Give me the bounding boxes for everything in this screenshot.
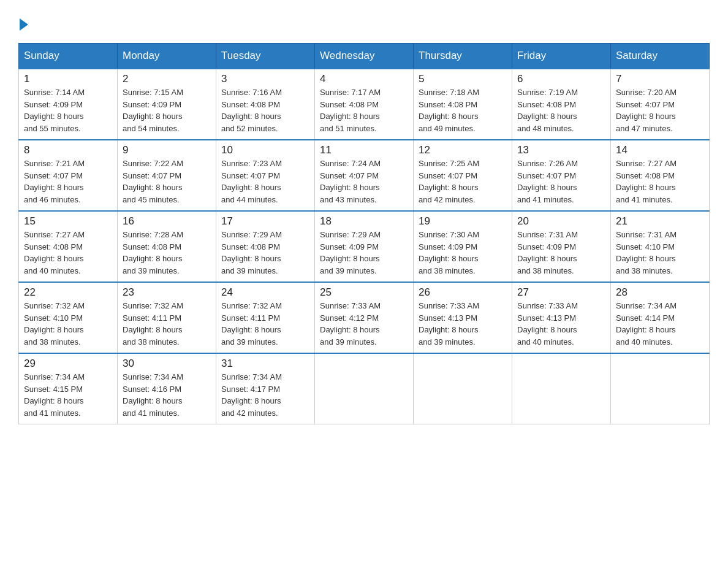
day-sun-info: Sunrise: 7:33 AMSunset: 4:12 PMDaylight:… [320,300,408,348]
day-sun-info: Sunrise: 7:28 AMSunset: 4:08 PMDaylight:… [123,229,211,277]
calendar-cell: 30Sunrise: 7:34 AMSunset: 4:16 PMDayligh… [118,353,216,424]
calendar-cell: 11Sunrise: 7:24 AMSunset: 4:07 PMDayligh… [315,140,414,211]
day-sun-info: Sunrise: 7:34 AMSunset: 4:15 PMDaylight:… [24,371,112,419]
calendar-cell: 8Sunrise: 7:21 AMSunset: 4:07 PMDaylight… [19,140,118,211]
calendar-week-row: 15Sunrise: 7:27 AMSunset: 4:08 PMDayligh… [19,211,710,282]
calendar-table: SundayMondayTuesdayWednesdayThursdayFrid… [18,43,710,424]
day-number: 5 [419,73,507,85]
day-sun-info: Sunrise: 7:31 AMSunset: 4:10 PMDaylight:… [616,229,704,277]
day-sun-info: Sunrise: 7:24 AMSunset: 4:07 PMDaylight:… [320,158,408,205]
day-sun-info: Sunrise: 7:30 AMSunset: 4:09 PMDaylight:… [419,229,507,277]
day-number: 20 [517,215,605,228]
day-number: 4 [320,73,408,85]
day-number: 21 [616,215,704,228]
logo-arrow-icon [20,18,28,31]
day-sun-info: Sunrise: 7:16 AMSunset: 4:08 PMDaylight:… [221,86,309,134]
calendar-cell [315,353,414,424]
day-number: 24 [221,286,309,299]
day-sun-info: Sunrise: 7:14 AMSunset: 4:09 PMDaylight:… [24,86,112,134]
calendar-cell: 28Sunrise: 7:34 AMSunset: 4:14 PMDayligh… [611,282,710,353]
day-of-week-header: Monday [118,44,216,69]
day-number: 31 [221,358,309,370]
day-sun-info: Sunrise: 7:29 AMSunset: 4:09 PMDaylight:… [320,229,408,277]
calendar-cell: 12Sunrise: 7:25 AMSunset: 4:07 PMDayligh… [414,140,512,211]
day-of-week-header: Saturday [611,44,710,69]
calendar-cell: 14Sunrise: 7:27 AMSunset: 4:08 PMDayligh… [611,140,710,211]
day-sun-info: Sunrise: 7:17 AMSunset: 4:08 PMDaylight:… [320,86,408,134]
calendar-cell: 29Sunrise: 7:34 AMSunset: 4:15 PMDayligh… [19,353,118,424]
day-number: 17 [221,215,309,228]
day-sun-info: Sunrise: 7:23 AMSunset: 4:07 PMDaylight:… [221,158,309,205]
day-sun-info: Sunrise: 7:22 AMSunset: 4:07 PMDaylight:… [123,158,211,205]
day-number: 3 [221,73,309,85]
calendar-cell: 19Sunrise: 7:30 AMSunset: 4:09 PMDayligh… [414,211,512,282]
day-number: 30 [123,358,211,370]
day-number: 26 [419,286,507,299]
day-sun-info: Sunrise: 7:19 AMSunset: 4:08 PMDaylight:… [517,86,605,134]
day-number: 10 [221,144,309,156]
day-sun-info: Sunrise: 7:32 AMSunset: 4:11 PMDaylight:… [123,300,211,348]
calendar-cell [512,353,611,424]
calendar-cell: 27Sunrise: 7:33 AMSunset: 4:13 PMDayligh… [512,282,611,353]
day-number: 28 [616,286,704,299]
day-number: 27 [517,286,605,299]
day-sun-info: Sunrise: 7:25 AMSunset: 4:07 PMDaylight:… [419,158,507,205]
calendar-cell: 31Sunrise: 7:34 AMSunset: 4:17 PMDayligh… [216,353,315,424]
day-number: 8 [24,144,112,156]
day-number: 2 [123,73,211,85]
calendar-cell: 18Sunrise: 7:29 AMSunset: 4:09 PMDayligh… [315,211,414,282]
day-number: 1 [24,73,112,85]
calendar-cell: 3Sunrise: 7:16 AMSunset: 4:08 PMDaylight… [216,69,315,140]
day-number: 11 [320,144,408,156]
day-sun-info: Sunrise: 7:18 AMSunset: 4:08 PMDaylight:… [419,86,507,134]
day-of-week-header: Tuesday [216,44,315,69]
calendar-cell: 1Sunrise: 7:14 AMSunset: 4:09 PMDaylight… [19,69,118,140]
day-sun-info: Sunrise: 7:32 AMSunset: 4:11 PMDaylight:… [221,300,309,348]
day-sun-info: Sunrise: 7:34 AMSunset: 4:17 PMDaylight:… [221,371,309,419]
calendar-week-row: 22Sunrise: 7:32 AMSunset: 4:10 PMDayligh… [19,282,710,353]
calendar-cell: 24Sunrise: 7:32 AMSunset: 4:11 PMDayligh… [216,282,315,353]
calendar-cell: 6Sunrise: 7:19 AMSunset: 4:08 PMDaylight… [512,69,611,140]
day-sun-info: Sunrise: 7:21 AMSunset: 4:07 PMDaylight:… [24,158,112,205]
calendar-cell: 16Sunrise: 7:28 AMSunset: 4:08 PMDayligh… [118,211,216,282]
day-of-week-header: Thursday [414,44,512,69]
calendar-cell [414,353,512,424]
day-sun-info: Sunrise: 7:15 AMSunset: 4:09 PMDaylight:… [123,86,211,134]
day-number: 6 [517,73,605,85]
calendar-cell [611,353,710,424]
calendar-cell: 21Sunrise: 7:31 AMSunset: 4:10 PMDayligh… [611,211,710,282]
day-number: 12 [419,144,507,156]
day-of-week-header: Friday [512,44,611,69]
calendar-cell: 9Sunrise: 7:22 AMSunset: 4:07 PMDaylight… [118,140,216,211]
calendar-header-row: SundayMondayTuesdayWednesdayThursdayFrid… [19,44,710,69]
day-number: 29 [24,358,112,370]
day-number: 25 [320,286,408,299]
day-number: 16 [123,215,211,228]
calendar-week-row: 1Sunrise: 7:14 AMSunset: 4:09 PMDaylight… [19,69,710,140]
day-sun-info: Sunrise: 7:34 AMSunset: 4:16 PMDaylight:… [123,371,211,419]
calendar-week-row: 29Sunrise: 7:34 AMSunset: 4:15 PMDayligh… [19,353,710,424]
calendar-cell: 26Sunrise: 7:33 AMSunset: 4:13 PMDayligh… [414,282,512,353]
calendar-cell: 10Sunrise: 7:23 AMSunset: 4:07 PMDayligh… [216,140,315,211]
calendar-cell: 5Sunrise: 7:18 AMSunset: 4:08 PMDaylight… [414,69,512,140]
day-sun-info: Sunrise: 7:33 AMSunset: 4:13 PMDaylight:… [419,300,507,348]
calendar-cell: 7Sunrise: 7:20 AMSunset: 4:07 PMDaylight… [611,69,710,140]
calendar-cell: 13Sunrise: 7:26 AMSunset: 4:07 PMDayligh… [512,140,611,211]
day-sun-info: Sunrise: 7:29 AMSunset: 4:08 PMDaylight:… [221,229,309,277]
day-sun-info: Sunrise: 7:26 AMSunset: 4:07 PMDaylight:… [517,158,605,205]
day-sun-info: Sunrise: 7:20 AMSunset: 4:07 PMDaylight:… [616,86,704,134]
day-sun-info: Sunrise: 7:32 AMSunset: 4:10 PMDaylight:… [24,300,112,348]
day-number: 19 [419,215,507,228]
day-number: 14 [616,144,704,156]
page-header [18,18,710,31]
day-sun-info: Sunrise: 7:34 AMSunset: 4:14 PMDaylight:… [616,300,704,348]
calendar-cell: 25Sunrise: 7:33 AMSunset: 4:12 PMDayligh… [315,282,414,353]
day-number: 15 [24,215,112,228]
day-number: 23 [123,286,211,299]
day-number: 7 [616,73,704,85]
calendar-cell: 15Sunrise: 7:27 AMSunset: 4:08 PMDayligh… [19,211,118,282]
calendar-week-row: 8Sunrise: 7:21 AMSunset: 4:07 PMDaylight… [19,140,710,211]
day-of-week-header: Sunday [19,44,118,69]
calendar-cell: 20Sunrise: 7:31 AMSunset: 4:09 PMDayligh… [512,211,611,282]
day-sun-info: Sunrise: 7:33 AMSunset: 4:13 PMDaylight:… [517,300,605,348]
